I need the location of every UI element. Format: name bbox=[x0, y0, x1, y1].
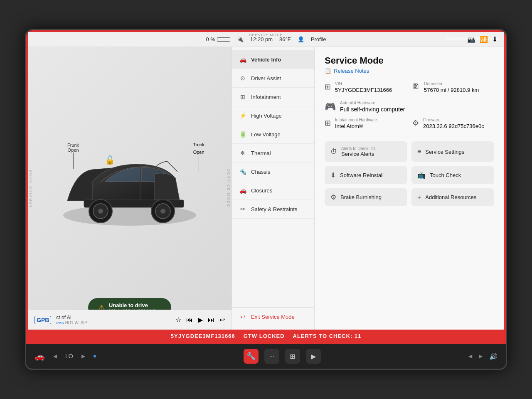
nav-item-exit[interactable]: ↩ Exit Service Mode bbox=[232, 307, 314, 326]
autopilot-content: Autopilot Hardware: Full self-driving co… bbox=[340, 101, 494, 113]
nav-label-driver-assist: Driver Assist bbox=[251, 75, 281, 81]
vehicle-info-icon: 🚗 bbox=[239, 55, 247, 64]
service-alerts-icon: ⏱ bbox=[330, 148, 337, 155]
battery-percent: 0 % bbox=[206, 36, 215, 42]
profile-icon: 👤 bbox=[298, 36, 304, 42]
service-settings-content: Service Settings bbox=[425, 149, 488, 155]
status-gtw: GTW LOCKED bbox=[244, 333, 285, 339]
touch-check-label: Touch Check bbox=[430, 172, 461, 178]
nav-item-thermal[interactable]: ❄ Thermal bbox=[232, 144, 314, 163]
vin-content: VIN: 5YJYGDEE3MF131666 bbox=[335, 81, 406, 93]
service-alerts-button[interactable]: ⏱ Alerts to check: 11 Service Alerts bbox=[325, 141, 407, 162]
dock-center: 🔧 ··· ⊞ ▶ bbox=[244, 349, 321, 364]
nav-item-high-voltage[interactable]: ⚡ High Voltage bbox=[232, 106, 314, 125]
additional-resources-button[interactable]: + Additional Resources bbox=[411, 188, 494, 206]
autopilot-item: 🎮 Autopilot Hardware: Full self-driving … bbox=[325, 101, 494, 113]
arrow-right-2-icon[interactable]: ▶ bbox=[479, 353, 483, 359]
brake-burnishing-icon: ⚙ bbox=[330, 193, 336, 201]
battery-bar bbox=[217, 37, 230, 42]
driver-assist-icon: ⊙ bbox=[239, 74, 247, 82]
firmware-value: 2023.32.6 93d75c736e0c bbox=[423, 123, 494, 129]
svg-point-8 bbox=[160, 209, 165, 214]
arrow-left-icon[interactable]: ◀ bbox=[53, 353, 57, 359]
service-mode-title: Service Mode bbox=[325, 55, 494, 66]
arrow-left-2-icon[interactable]: ◀ bbox=[468, 353, 472, 359]
nav-label-chassis: Chassis bbox=[251, 169, 270, 175]
dock-car-icon[interactable]: 🚗 bbox=[34, 351, 45, 361]
low-voltage-icon: 🔋 bbox=[239, 130, 247, 138]
release-notes-link[interactable]: 📋 Release Notes bbox=[325, 68, 494, 74]
gpb-logo: GPB bbox=[34, 316, 51, 324]
nav-item-closures[interactable]: 🚗 Closures bbox=[232, 181, 314, 200]
status-bar: SERVICE MODE 0 % 🔌 12:20 pm 86°F 👤 Profi… bbox=[28, 32, 504, 47]
nav-item-vehicle-info[interactable]: 🚗 Vehicle Info bbox=[232, 50, 314, 69]
brake-burnishing-button[interactable]: ⚙ Brake Burnishing bbox=[325, 188, 407, 206]
additional-resources-content: Additional Resources bbox=[425, 194, 488, 200]
nav-label-vehicle-info: Vehicle Info bbox=[251, 57, 281, 63]
dock-play-button[interactable]: ▶ bbox=[306, 349, 321, 364]
charging-icon: 🔌 bbox=[237, 36, 244, 42]
nav-label-high-voltage: High Voltage bbox=[251, 113, 282, 119]
dock-grid-button[interactable]: ⊞ bbox=[285, 349, 300, 364]
status-vin: 5YJYGDEE3MF131666 bbox=[171, 333, 235, 339]
watermark: AutoHelperBot.com bbox=[445, 35, 499, 42]
vin-item: ⊞ VIN: 5YJYGDEE3MF131666 bbox=[325, 81, 406, 93]
nav-item-infotainment[interactable]: ⊞ Infotainment bbox=[232, 88, 314, 106]
pbs-icon: PBS bbox=[56, 321, 64, 325]
odometer-value: 57670 mi / 92810.9 km bbox=[424, 87, 494, 93]
screen-outer: AutoHelperBot.com SERVICE MODE 0 % 🔌 12:… bbox=[25, 29, 507, 370]
svg-point-5 bbox=[98, 209, 103, 214]
lo-control: LO bbox=[65, 353, 73, 360]
software-reinstall-button[interactable]: ⬇ Software Reinstall bbox=[325, 166, 407, 184]
red-border-bottom bbox=[26, 342, 506, 344]
service-alerts-content: Alerts to check: 11 Service Alerts bbox=[341, 146, 401, 157]
firmware-icon: ⚙ bbox=[412, 118, 419, 128]
odometer-label: Odometer: bbox=[424, 81, 494, 86]
svg-point-0 bbox=[63, 205, 196, 226]
software-reinstall-icon: ⬇ bbox=[330, 171, 336, 179]
dock-dots-button[interactable]: ··· bbox=[264, 349, 279, 364]
nav-item-chassis[interactable]: 🔩 Chassis bbox=[232, 163, 314, 181]
autopilot-label: Autopilot Hardware: bbox=[340, 101, 494, 105]
car-image-area: Frunk Open 🔓 Trunk Open ⚡ bbox=[28, 47, 232, 330]
brake-burnishing-content: Brake Burnishing bbox=[340, 194, 401, 200]
info-grid: ⊞ VIN: 5YJYGDEE3MF131666 🖹 Odometer: 576… bbox=[325, 81, 494, 93]
high-voltage-icon: ⚡ bbox=[239, 111, 247, 120]
next-track-icon[interactable]: ⏭ bbox=[208, 316, 214, 324]
release-notes-label: Release Notes bbox=[334, 68, 369, 74]
touch-check-content: Touch Check bbox=[430, 172, 488, 178]
status-alerts: ALERTS TO CHECK: 11 bbox=[293, 333, 362, 339]
bottom-dock: 🚗 ◀ LO ▶ 🔧 ··· ⊞ ▶ ◀ ▶ 🔊 bbox=[26, 344, 506, 369]
nav-item-driver-assist[interactable]: ⊙ Driver Assist bbox=[232, 69, 314, 88]
time-display: 12:20 pm bbox=[250, 36, 273, 42]
wrench-icon: 🔧 bbox=[246, 352, 256, 361]
volume-icon[interactable]: 🔊 bbox=[489, 352, 498, 360]
screen-inner: SERVICE MODE 0 % 🔌 12:20 pm 86°F 👤 Profi… bbox=[28, 32, 504, 342]
play-icon[interactable]: ▶ bbox=[198, 316, 203, 324]
touch-check-button[interactable]: 📺 Touch Check bbox=[411, 166, 494, 184]
additional-resources-icon: + bbox=[417, 194, 421, 201]
dock-right: ◀ ▶ 🔊 bbox=[468, 352, 498, 360]
battery-indicator: 0 % bbox=[206, 36, 230, 42]
brake-burnishing-label: Brake Burnishing bbox=[340, 194, 382, 200]
dock-wrench-button[interactable]: 🔧 bbox=[244, 349, 259, 364]
source-icon[interactable]: ↩ bbox=[219, 316, 225, 324]
prev-track-icon[interactable]: ⏮ bbox=[186, 316, 193, 324]
odometer-item: 🖹 Odometer: 57670 mi / 92810.9 km bbox=[412, 81, 494, 93]
nav-label-closures: Closures bbox=[251, 187, 272, 194]
service-settings-button[interactable]: ≡ Service Settings bbox=[411, 141, 494, 162]
nav-panel: 🚗 Vehicle Info ⊙ Driver Assist ⊞ Infotai… bbox=[232, 47, 315, 330]
info-panel: Service Mode 📋 Release Notes ⊞ VIN: 5YJY… bbox=[315, 47, 504, 330]
nav-item-safety-restraints[interactable]: ✂ Safety & Restraints bbox=[232, 200, 314, 219]
service-settings-icon: ≡ bbox=[417, 148, 421, 155]
arrow-right-icon[interactable]: ▶ bbox=[81, 353, 85, 359]
star-icon[interactable]: ☆ bbox=[175, 316, 181, 324]
media-description: ct of AI bbox=[56, 315, 87, 320]
media-sub: PBS HD1 W JSP bbox=[56, 320, 87, 325]
profile-label[interactable]: Profile bbox=[311, 36, 326, 42]
service-alerts-sublabel: Alerts to check: 11 bbox=[341, 146, 401, 151]
nav-item-low-voltage[interactable]: 🔋 Low Voltage bbox=[232, 125, 314, 144]
nav-spacer bbox=[232, 219, 314, 307]
service-mode-top-label: SERVICE MODE bbox=[249, 33, 283, 37]
release-notes-icon: 📋 bbox=[325, 68, 331, 74]
